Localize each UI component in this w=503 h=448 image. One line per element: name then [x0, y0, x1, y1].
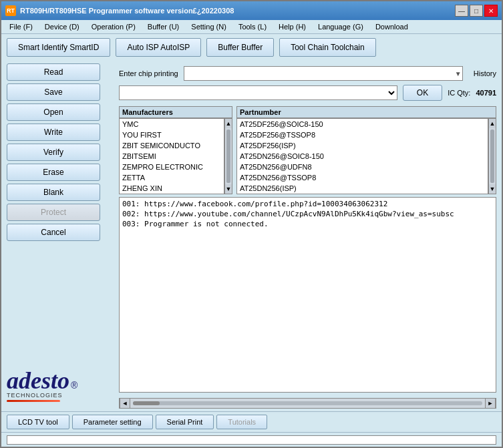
ok-button[interactable]: OK — [403, 85, 442, 101]
main-toolbar: Smart Identify SmartID Auto ISP AutoISP … — [1, 34, 502, 61]
menu-buffer[interactable]: Buffer (U) — [142, 21, 184, 32]
close-button[interactable]: ✕ — [484, 5, 498, 17]
menu-language[interactable]: Language (G) — [313, 21, 369, 32]
list-item[interactable]: ZETTA — [120, 172, 224, 183]
chip-input[interactable] — [184, 66, 463, 81]
list-item[interactable]: AT25DF256(ISP) — [237, 140, 488, 151]
menu-tools[interactable]: Tools (L) — [233, 21, 272, 32]
history-label: History — [474, 69, 496, 77]
write-button[interactable]: Write — [7, 124, 100, 141]
menu-device[interactable]: Device (D) — [39, 21, 85, 32]
scroll-down-icon[interactable]: ▼ — [225, 184, 232, 194]
table-area: Manufacturers YMC YOU FIRST ZBIT SEMICON… — [119, 106, 496, 193]
partnumber-list-wrap: AT25DF256@SOIC8-150 AT25DF256@TSSOP8 AT2… — [236, 118, 496, 194]
partnumber-header: Partnumber — [236, 106, 496, 118]
horizontal-scrollbar[interactable]: ◄ ► — [119, 398, 496, 409]
list-item[interactable]: AT25DN256@TSSOP8 — [237, 172, 488, 183]
left-panel: Read Save Open Write Verify Erase Blank … — [7, 63, 114, 409]
list-item[interactable]: ZEMPRO ELECTRONIC — [120, 162, 224, 172]
lcd-tv-tool-button[interactable]: LCD TV tool — [7, 415, 69, 429]
log-line-2: 002: https://www.youtube.com/channel/UCz… — [122, 209, 493, 219]
list-item[interactable]: YOU FIRST — [120, 130, 224, 140]
manufacturers-header: Manufacturers — [119, 106, 232, 118]
partnumber-column: Partnumber AT25DF256@SOIC8-150 AT25DF256… — [236, 106, 496, 193]
cancel-button[interactable]: Cancel — [7, 224, 100, 241]
list-item[interactable]: ZBIT SEMICONDUCTO — [120, 140, 224, 151]
menu-help[interactable]: Help (H) — [273, 21, 311, 32]
logo-sub: TECHNOLOGIES — [7, 392, 114, 399]
restore-button[interactable]: □ — [470, 5, 483, 17]
history-combo-wrap — [119, 85, 397, 100]
menu-bar: File (F) Device (D) Operation (P) Buffer… — [1, 20, 502, 34]
scroll-right-button[interactable]: ► — [485, 398, 496, 409]
menu-download[interactable]: Download — [370, 21, 413, 32]
progress-bar — [7, 435, 496, 445]
list-item[interactable]: ZBITSEMI — [120, 151, 224, 162]
logo-area: adesto ® TECHNOLOGIES — [7, 360, 114, 409]
list-item[interactable]: AT25DN256@SOIC8-150 — [237, 151, 488, 162]
list-item[interactable]: AT25DN256@UDFN8 — [237, 162, 488, 172]
log-line-1: 001: https://www.facebook.com/profile.ph… — [122, 199, 493, 209]
main-window: RT RT809H/RT809HSE Programmer software v… — [0, 0, 503, 448]
ic-qty-value: 40791 — [476, 89, 496, 97]
read-button[interactable]: Read — [7, 63, 100, 81]
bottom-toolbar: LCD TV tool Parameter setting Serial Pri… — [1, 411, 502, 432]
smart-identify-button[interactable]: Smart Identify SmartID — [7, 38, 110, 57]
window-title: RT809H/RT809HSE Programmer software vers… — [20, 7, 234, 15]
title-controls: — □ ✕ — [455, 5, 498, 17]
app-icon: RT — [5, 5, 16, 16]
scroll-up-icon[interactable]: ▲ — [489, 119, 496, 128]
scroll-thumb — [226, 130, 230, 183]
ic-qty-label: IC Qty: — [448, 89, 470, 97]
save-button[interactable]: Save — [7, 83, 100, 101]
list-item[interactable]: AT25DN256(ISP) — [237, 183, 488, 194]
log-line-3: 003: Programmer is not connected. — [122, 219, 493, 229]
title-bar: RT RT809H/RT809HSE Programmer software v… — [1, 1, 502, 20]
serial-print-button[interactable]: Serial Print — [156, 415, 214, 429]
chip-row: Enter chip printing ▼ History — [119, 63, 496, 81]
scrollbar-thumb — [133, 401, 160, 405]
manufacturers-list-wrap: YMC YOU FIRST ZBIT SEMICONDUCTO ZBITSEMI… — [119, 118, 232, 194]
open-button[interactable]: Open — [7, 103, 100, 121]
list-item[interactable]: YMC — [120, 119, 224, 130]
scroll-up-icon[interactable]: ▲ — [225, 119, 232, 128]
history-combo[interactable] — [119, 85, 397, 100]
logo-line — [7, 400, 60, 402]
parameter-setting-button[interactable]: Parameter setting — [72, 415, 153, 429]
manufacturers-list[interactable]: YMC YOU FIRST ZBIT SEMICONDUCTO ZBITSEMI… — [119, 118, 224, 194]
manufacturers-scrollbar[interactable]: ▲ ▼ — [224, 118, 232, 194]
partnumber-scrollbar[interactable]: ▲ ▼ — [488, 118, 496, 194]
minimize-button[interactable]: — — [455, 5, 468, 17]
blank-button[interactable]: Blank — [7, 184, 100, 201]
list-item[interactable]: AT25DF256@SOIC8-150 — [237, 119, 488, 130]
protect-button[interactable]: Protect — [7, 204, 100, 221]
history-ok-row: OK IC Qty: 40791 — [119, 85, 496, 102]
logo-text: adesto — [7, 367, 69, 395]
verify-button[interactable]: Verify — [7, 144, 100, 161]
scroll-thumb — [490, 130, 494, 183]
title-bar-left: RT RT809H/RT809HSE Programmer software v… — [5, 5, 234, 16]
scroll-left-button[interactable]: ◄ — [120, 398, 130, 409]
list-item[interactable]: ZHENG XIN — [120, 183, 224, 194]
list-item[interactable]: AT25DF256@TSSOP8 — [237, 130, 488, 140]
status-bar — [1, 432, 502, 447]
scroll-down-icon[interactable]: ▼ — [489, 184, 496, 194]
tutorials-button[interactable]: Tutorials — [216, 415, 267, 429]
menu-file[interactable]: File (F) — [4, 21, 38, 32]
log-area: 001: https://www.facebook.com/profile.ph… — [119, 197, 496, 393]
logo-trademark: ® — [71, 380, 77, 391]
auto-isp-button[interactable]: Auto ISP AutoISP — [116, 38, 201, 57]
right-panel: Enter chip printing ▼ History OK IC Qty:… — [119, 63, 496, 409]
main-content: Read Save Open Write Verify Erase Blank … — [1, 61, 502, 411]
tool-chain-button[interactable]: Tool Chain Toolchain — [279, 38, 376, 57]
chip-label: Enter chip printing — [119, 69, 178, 77]
chip-input-wrap: ▼ — [184, 66, 463, 81]
scrollbar-track — [133, 401, 482, 405]
buffer-button[interactable]: Buffer Buffer — [206, 38, 274, 57]
erase-button[interactable]: Erase — [7, 164, 100, 181]
menu-setting[interactable]: Setting (N) — [186, 21, 232, 32]
partnumber-list[interactable]: AT25DF256@SOIC8-150 AT25DF256@TSSOP8 AT2… — [236, 118, 488, 194]
manufacturers-column: Manufacturers YMC YOU FIRST ZBIT SEMICON… — [119, 106, 232, 193]
menu-operation[interactable]: Operation (P) — [86, 21, 141, 32]
